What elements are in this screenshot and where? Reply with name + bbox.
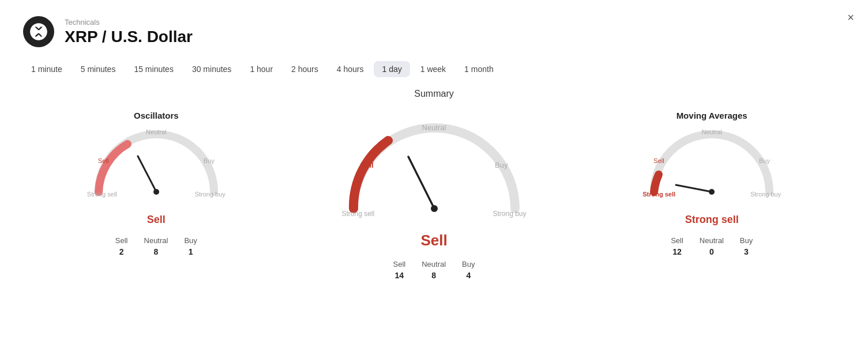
main-result: Sell <box>420 232 447 249</box>
timeframe-1mo[interactable]: 1 month <box>456 61 502 77</box>
ma-neutral-stat-label: Neutral <box>700 236 724 245</box>
gauges-row: Oscillators Neutral Sell Buy Strong sell… <box>23 111 845 280</box>
timeframe-15min[interactable]: 15 minutes <box>126 61 181 77</box>
timeframe-5min[interactable]: 5 minutes <box>73 61 124 77</box>
osc-sell-label: Sell <box>98 157 108 164</box>
moving-averages-section: Moving Averages Neutral Sell Buy Strong … <box>578 111 845 256</box>
main-buy-stat-label: Buy <box>462 260 475 268</box>
timeframe-30min[interactable]: 30 minutes <box>184 61 239 77</box>
osc-neutral-stat-label: Neutral <box>144 236 168 245</box>
oscillators-gauge: Neutral Sell Buy Strong sell Strong buy <box>87 128 226 209</box>
svg-point-3 <box>431 205 438 212</box>
ma-strong-sell-label: Strong sell <box>642 191 675 198</box>
main-stat-buy: Buy 4 <box>462 260 475 280</box>
main-gauge-svg <box>342 123 527 215</box>
timeframe-1w[interactable]: 1 week <box>412 61 454 77</box>
main-sell-stat-value: 14 <box>395 271 404 280</box>
osc-neutral-label: Neutral <box>146 128 166 135</box>
ma-buy-stat-label: Buy <box>740 236 753 245</box>
svg-line-0 <box>138 156 156 192</box>
header-title: XRP / U.S. Dollar <box>65 28 193 46</box>
osc-strong-buy-label: Strong buy <box>195 191 226 198</box>
timeframe-1min[interactable]: 1 minute <box>23 61 70 77</box>
header: Technicals XRP / U.S. Dollar <box>0 0 868 56</box>
main-gauge-section: Neutral Sell Buy Strong sell Strong buy … <box>301 111 568 280</box>
main-sell-label: Sell <box>360 161 374 169</box>
main-sell-stat-label: Sell <box>393 260 406 268</box>
ma-sell-stat-label: Sell <box>671 236 683 245</box>
main-buy-stat-value: 4 <box>466 271 471 280</box>
ma-strong-buy-label: Strong buy <box>750 191 781 198</box>
osc-strong-sell-label: Strong sell <box>87 191 117 198</box>
ma-result: Strong sell <box>685 214 739 226</box>
header-subtitle: Technicals <box>65 18 193 27</box>
oscillators-result: Sell <box>147 214 166 226</box>
main-buy-label: Buy <box>495 161 508 169</box>
timeframe-1h[interactable]: 1 hour <box>242 61 281 77</box>
xrp-logo-icon <box>29 22 48 41</box>
ma-stats: Sell 12 Neutral 0 Buy 3 <box>671 236 753 256</box>
main-stat-neutral: Neutral 8 <box>422 260 446 280</box>
svg-line-2 <box>408 157 434 209</box>
oscillators-title: Oscillators <box>134 111 179 120</box>
close-button[interactable]: × <box>847 12 854 23</box>
ma-stat-neutral: Neutral 0 <box>700 236 724 256</box>
osc-stat-buy: Buy 1 <box>184 236 197 256</box>
osc-stat-neutral: Neutral 8 <box>144 236 168 256</box>
ma-stat-sell: Sell 12 <box>671 236 683 256</box>
timeframe-2h[interactable]: 2 hours <box>283 61 326 77</box>
ma-buy-stat-value: 3 <box>744 247 749 256</box>
main-stat-sell: Sell 14 <box>393 260 406 280</box>
timeframe-4h[interactable]: 4 hours <box>329 61 372 77</box>
moving-averages-gauge: Neutral Sell Buy Strong sell Strong buy <box>642 128 781 209</box>
svg-point-5 <box>709 189 715 195</box>
summary-title: Summary <box>23 89 845 99</box>
ma-stat-buy: Buy 3 <box>740 236 753 256</box>
osc-stat-sell: Sell 2 <box>115 236 128 256</box>
oscillators-stats: Sell 2 Neutral 8 Buy 1 <box>115 236 197 256</box>
timeframe-bar: 1 minute 5 minutes 15 minutes 30 minutes… <box>0 56 868 89</box>
osc-sell-stat-value: 2 <box>119 247 124 256</box>
header-text: Technicals XRP / U.S. Dollar <box>65 18 193 46</box>
osc-buy-label: Buy <box>204 157 215 164</box>
osc-sell-stat-label: Sell <box>115 236 128 245</box>
ma-sell-stat-value: 12 <box>672 247 682 256</box>
osc-buy-stat-value: 1 <box>189 247 193 256</box>
svg-line-4 <box>676 185 712 192</box>
main-stats: Sell 14 Neutral 8 Buy 4 <box>393 260 475 280</box>
logo-circle <box>23 16 54 47</box>
main-neutral-stat-value: 8 <box>431 271 436 280</box>
svg-point-1 <box>153 189 159 195</box>
ma-sell-label: Sell <box>653 157 664 164</box>
main-neutral-stat-label: Neutral <box>422 260 446 268</box>
main-neutral-label: Neutral <box>422 123 446 132</box>
main-strong-sell-label: Strong sell <box>342 210 375 218</box>
timeframe-1d[interactable]: 1 day <box>374 61 409 77</box>
main-content: Summary Oscillators Neutral Sell Buy Str… <box>0 89 868 297</box>
oscillators-section: Oscillators Neutral Sell Buy Strong sell… <box>23 111 290 256</box>
moving-averages-title: Moving Averages <box>677 111 747 120</box>
main-gauge: Neutral Sell Buy Strong sell Strong buy <box>342 123 527 227</box>
ma-buy-label: Buy <box>759 157 770 164</box>
osc-buy-stat-label: Buy <box>184 236 197 245</box>
osc-neutral-stat-value: 8 <box>154 247 159 256</box>
ma-neutral-stat-value: 0 <box>709 247 714 256</box>
main-strong-buy-label: Strong buy <box>493 210 526 218</box>
ma-neutral-label: Neutral <box>701 128 722 135</box>
